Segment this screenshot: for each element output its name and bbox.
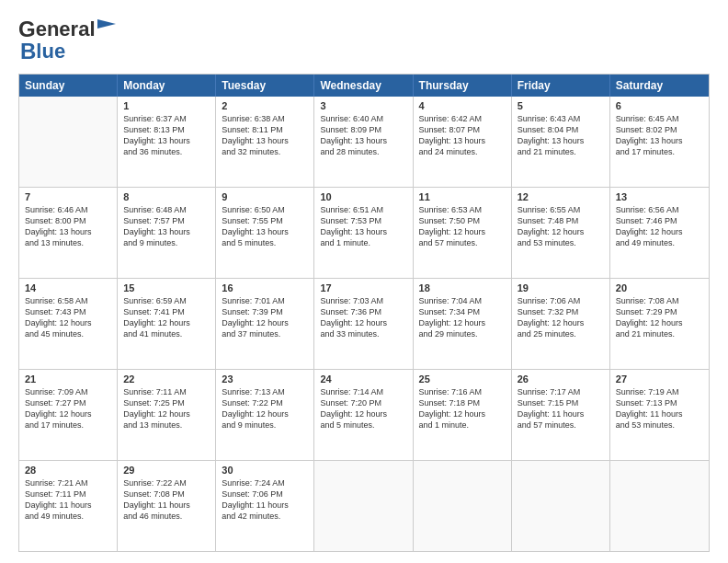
cell-daylight-info: Sunrise: 7:19 AMSunset: 7:13 PMDaylight:… <box>616 386 703 431</box>
day-number: 8 <box>123 191 210 202</box>
svg-marker-0 <box>97 19 116 29</box>
day-number: 10 <box>320 191 406 202</box>
day-number: 16 <box>222 282 308 293</box>
day-number: 12 <box>518 191 604 202</box>
day-cell-12: 12Sunrise: 6:55 AMSunset: 7:48 PMDayligh… <box>512 188 610 278</box>
day-cell-30: 30Sunrise: 7:24 AMSunset: 7:06 PMDayligh… <box>216 461 314 551</box>
day-cell-18: 18Sunrise: 7:04 AMSunset: 7:34 PMDayligh… <box>414 279 512 369</box>
day-cell-13: 13Sunrise: 6:56 AMSunset: 7:46 PMDayligh… <box>610 188 709 278</box>
day-cell-3: 3Sunrise: 6:40 AMSunset: 8:09 PMDaylight… <box>314 97 413 187</box>
logo-flag-icon <box>97 19 116 32</box>
logo-b-letter: B <box>20 39 36 64</box>
cell-daylight-info: Sunrise: 7:04 AMSunset: 7:34 PMDaylight:… <box>419 295 506 340</box>
page: G eneral B lue SundayMondayTuesdayWednes… <box>0 0 728 563</box>
day-number: 19 <box>518 282 604 293</box>
cell-daylight-info: Sunrise: 7:06 AMSunset: 7:32 PMDaylight:… <box>518 295 604 340</box>
day-cell-25: 25Sunrise: 7:16 AMSunset: 7:18 PMDayligh… <box>414 370 512 460</box>
day-cell-8: 8Sunrise: 6:48 AMSunset: 7:57 PMDaylight… <box>118 188 216 278</box>
day-cell-7: 7Sunrise: 6:46 AMSunset: 8:00 PMDaylight… <box>19 188 118 278</box>
cell-daylight-info: Sunrise: 6:37 AMSunset: 8:13 PMDaylight:… <box>123 113 210 158</box>
day-number: 21 <box>25 373 111 385</box>
cell-daylight-info: Sunrise: 6:51 AMSunset: 7:53 PMDaylight:… <box>320 204 406 249</box>
day-number: 5 <box>518 100 604 111</box>
day-of-week-sunday: Sunday <box>19 75 118 97</box>
day-cell-2: 2Sunrise: 6:38 AMSunset: 8:11 PMDaylight… <box>216 97 314 187</box>
day-of-week-thursday: Thursday <box>414 75 512 97</box>
cell-daylight-info: Sunrise: 6:42 AMSunset: 8:07 PMDaylight:… <box>419 113 506 158</box>
empty-cell <box>414 461 512 551</box>
day-cell-10: 10Sunrise: 6:51 AMSunset: 7:53 PMDayligh… <box>314 188 413 278</box>
day-cell-5: 5Sunrise: 6:43 AMSunset: 8:04 PMDaylight… <box>512 97 610 187</box>
cell-daylight-info: Sunrise: 6:48 AMSunset: 7:57 PMDaylight:… <box>123 204 210 249</box>
calendar-body: 1Sunrise: 6:37 AMSunset: 8:13 PMDaylight… <box>19 97 709 551</box>
empty-cell <box>19 97 118 187</box>
day-number: 24 <box>320 373 406 385</box>
cell-daylight-info: Sunrise: 7:24 AMSunset: 7:06 PMDaylight:… <box>222 477 308 523</box>
cell-daylight-info: Sunrise: 6:45 AMSunset: 8:02 PMDaylight:… <box>616 113 703 158</box>
day-cell-1: 1Sunrise: 6:37 AMSunset: 8:13 PMDaylight… <box>118 97 216 187</box>
day-cell-26: 26Sunrise: 7:17 AMSunset: 7:15 PMDayligh… <box>512 370 610 460</box>
day-number: 18 <box>419 282 506 293</box>
day-cell-21: 21Sunrise: 7:09 AMSunset: 7:27 PMDayligh… <box>19 370 118 460</box>
cell-daylight-info: Sunrise: 6:55 AMSunset: 7:48 PMDaylight:… <box>518 204 604 249</box>
day-cell-4: 4Sunrise: 6:42 AMSunset: 8:07 PMDaylight… <box>414 97 512 187</box>
cell-daylight-info: Sunrise: 6:59 AMSunset: 7:41 PMDaylight:… <box>123 295 210 340</box>
day-number: 2 <box>222 100 308 111</box>
day-cell-15: 15Sunrise: 6:59 AMSunset: 7:41 PMDayligh… <box>118 279 216 369</box>
day-number: 22 <box>123 373 210 385</box>
cell-daylight-info: Sunrise: 6:53 AMSunset: 7:50 PMDaylight:… <box>419 204 506 249</box>
day-number: 17 <box>320 282 406 293</box>
day-number: 27 <box>616 373 703 385</box>
day-number: 28 <box>25 465 111 476</box>
day-cell-9: 9Sunrise: 6:50 AMSunset: 7:55 PMDaylight… <box>216 188 314 278</box>
cell-daylight-info: Sunrise: 6:40 AMSunset: 8:09 PMDaylight:… <box>320 113 406 158</box>
day-cell-16: 16Sunrise: 7:01 AMSunset: 7:39 PMDayligh… <box>216 279 314 369</box>
cell-daylight-info: Sunrise: 6:58 AMSunset: 7:43 PMDaylight:… <box>25 295 111 340</box>
day-number: 1 <box>123 100 210 111</box>
day-number: 23 <box>222 373 308 385</box>
day-number: 14 <box>25 282 111 293</box>
day-cell-29: 29Sunrise: 7:22 AMSunset: 7:08 PMDayligh… <box>118 461 216 551</box>
day-cell-17: 17Sunrise: 7:03 AMSunset: 7:36 PMDayligh… <box>314 279 413 369</box>
day-cell-19: 19Sunrise: 7:06 AMSunset: 7:32 PMDayligh… <box>512 279 610 369</box>
day-cell-28: 28Sunrise: 7:21 AMSunset: 7:11 PMDayligh… <box>19 461 118 551</box>
cell-daylight-info: Sunrise: 7:21 AMSunset: 7:11 PMDaylight:… <box>25 477 111 523</box>
cell-daylight-info: Sunrise: 7:13 AMSunset: 7:22 PMDaylight:… <box>222 386 308 431</box>
day-of-week-friday: Friday <box>512 75 610 97</box>
header: G eneral B lue <box>18 17 710 64</box>
logo: G eneral B lue <box>18 17 116 64</box>
cell-daylight-info: Sunrise: 7:03 AMSunset: 7:36 PMDaylight:… <box>320 295 406 340</box>
cell-daylight-info: Sunrise: 7:17 AMSunset: 7:15 PMDaylight:… <box>518 386 604 431</box>
cell-daylight-info: Sunrise: 6:43 AMSunset: 8:04 PMDaylight:… <box>518 113 604 158</box>
cell-daylight-info: Sunrise: 6:50 AMSunset: 7:55 PMDaylight:… <box>222 204 308 249</box>
day-cell-27: 27Sunrise: 7:19 AMSunset: 7:13 PMDayligh… <box>610 370 709 460</box>
cell-daylight-info: Sunrise: 7:09 AMSunset: 7:27 PMDaylight:… <box>25 386 111 431</box>
day-cell-11: 11Sunrise: 6:53 AMSunset: 7:50 PMDayligh… <box>414 188 512 278</box>
cell-daylight-info: Sunrise: 7:01 AMSunset: 7:39 PMDaylight:… <box>222 295 308 340</box>
day-number: 7 <box>25 191 111 202</box>
day-number: 4 <box>419 100 506 111</box>
calendar-row-2: 14Sunrise: 6:58 AMSunset: 7:43 PMDayligh… <box>19 278 709 369</box>
cell-daylight-info: Sunrise: 7:14 AMSunset: 7:20 PMDaylight:… <box>320 386 406 431</box>
day-number: 25 <box>419 373 506 385</box>
day-cell-6: 6Sunrise: 6:45 AMSunset: 8:02 PMDaylight… <box>610 97 709 187</box>
day-number: 9 <box>222 191 308 202</box>
day-number: 26 <box>518 373 604 385</box>
day-of-week-monday: Monday <box>118 75 216 97</box>
calendar-row-3: 21Sunrise: 7:09 AMSunset: 7:27 PMDayligh… <box>19 369 709 460</box>
calendar-header: SundayMondayTuesdayWednesdayThursdayFrid… <box>19 75 709 97</box>
day-of-week-saturday: Saturday <box>610 75 709 97</box>
cell-daylight-info: Sunrise: 7:16 AMSunset: 7:18 PMDaylight:… <box>419 386 506 431</box>
day-number: 13 <box>616 191 703 202</box>
empty-cell <box>314 461 413 551</box>
calendar-row-4: 28Sunrise: 7:21 AMSunset: 7:11 PMDayligh… <box>19 460 709 551</box>
day-cell-22: 22Sunrise: 7:11 AMSunset: 7:25 PMDayligh… <box>118 370 216 460</box>
day-cell-23: 23Sunrise: 7:13 AMSunset: 7:22 PMDayligh… <box>216 370 314 460</box>
day-number: 29 <box>123 465 210 476</box>
cell-daylight-info: Sunrise: 6:38 AMSunset: 8:11 PMDaylight:… <box>222 113 308 158</box>
cell-daylight-info: Sunrise: 6:46 AMSunset: 8:00 PMDaylight:… <box>25 204 111 249</box>
empty-cell <box>610 461 709 551</box>
logo-lue-text: lue <box>36 40 65 63</box>
calendar-row-1: 7Sunrise: 6:46 AMSunset: 8:00 PMDaylight… <box>19 187 709 278</box>
day-number: 6 <box>616 100 703 111</box>
